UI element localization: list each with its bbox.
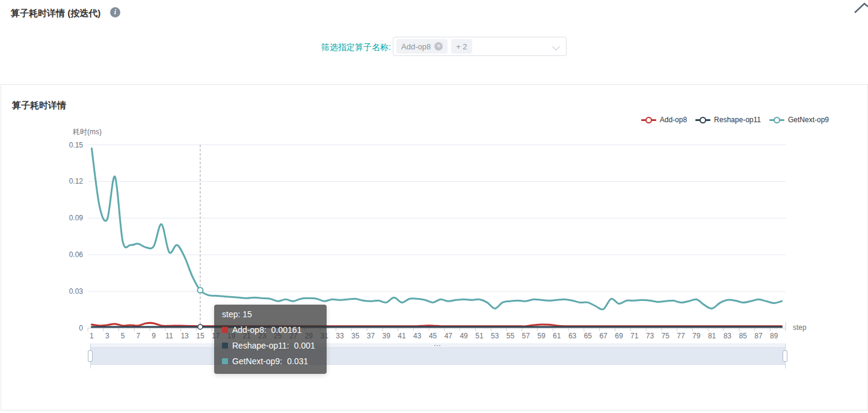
info-icon[interactable]: i [110,7,120,17]
selected-operator-tag[interactable]: Add-op8 × [396,39,448,54]
series-color-icon [222,343,228,349]
card-title: 算子耗时详情 [12,100,66,111]
x-axis-name: step [793,323,807,332]
tag-label: + 2 [456,42,467,51]
chevron-down-icon[interactable] [552,43,560,51]
legend-marker-icon [769,117,784,123]
tooltip-row: GetNext-op9: 0.031 [222,353,319,369]
tooltip-row: Reshape-op11: 0.001 [222,338,319,353]
filter-label: 筛选指定算子名称: [308,42,391,53]
legend-marker-icon [641,117,656,123]
page-title: 算子耗时详情 (按迭代) [11,8,100,19]
chart-tooltip: step: 15 Add-op8: 0.00161 Reshape-op11: … [214,305,327,374]
chart-plot-area[interactable] [88,144,786,328]
corner-collapse-icon[interactable] [855,4,868,13]
datazoom-right-handle[interactable] [783,350,787,362]
operator-select[interactable]: Add-op8 × + 2 [393,37,567,56]
legend-item-reshape-op11[interactable]: Reshape-op11 [695,116,761,124]
series-color-icon [222,327,228,333]
series-color-icon [222,358,228,364]
tag-close-icon[interactable]: × [434,42,443,51]
datazoom-slider[interactable] [90,347,786,365]
more-operators-tag[interactable]: + 2 [451,39,472,54]
page: 算子耗时详情 (按迭代) i 筛选指定算子名称: Add-op8 × + 2 算… [0,0,868,413]
y-axis-name: 耗时(ms) [73,127,102,137]
chart-legend: Add-op8 Reshape-op11 GetNext-op9 [641,116,829,124]
tooltip-row: Add-op8: 0.00161 [222,322,319,338]
datazoom-grip-icon [434,345,440,346]
tooltip-step: step: 15 [222,309,319,319]
tag-label: Add-op8 [401,42,431,51]
legend-marker-icon [695,117,710,123]
legend-item-add-op8[interactable]: Add-op8 [641,116,687,124]
datazoom-left-handle[interactable] [88,350,93,362]
legend-item-getnext-op9[interactable]: GetNext-op9 [769,116,829,124]
